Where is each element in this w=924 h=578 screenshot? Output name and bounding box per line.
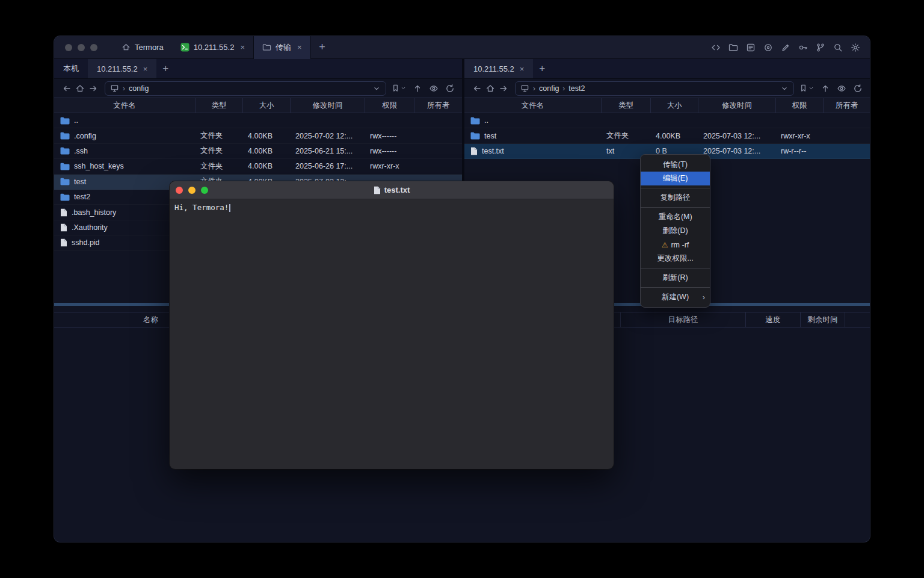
editor-minimize-button[interactable]: [188, 187, 196, 194]
file-mtime: 2025-07-03 12:...: [698, 147, 776, 155]
context-menu-item[interactable]: 编辑(E): [641, 172, 710, 185]
file-name: .ssh: [74, 147, 88, 155]
editor-content[interactable]: Hi, Termora!: [170, 199, 614, 216]
close-icon[interactable]: ×: [240, 43, 245, 52]
table-row[interactable]: ssh_host_keys 文件夹 4.00KB 2025-06-26 17:.…: [54, 159, 462, 174]
column-header-mtime[interactable]: 修改时间: [291, 98, 365, 113]
column-header-target-path: 目标路径: [621, 312, 746, 327]
new-panel-tab-button[interactable]: +: [156, 59, 174, 78]
tab-transfer[interactable]: 传输 ×: [253, 36, 311, 59]
home-button[interactable]: [484, 82, 497, 95]
breadcrumb-item[interactable]: config: [129, 84, 149, 93]
close-icon[interactable]: ×: [297, 43, 302, 52]
column-header-perm[interactable]: 权限: [365, 98, 414, 113]
column-header-name[interactable]: 文件名: [464, 98, 602, 113]
back-button[interactable]: [470, 82, 484, 95]
chevron-down-icon[interactable]: [780, 84, 789, 93]
column-header-type[interactable]: 类型: [196, 98, 243, 113]
context-menu-item[interactable]: 刷新(R): [641, 271, 710, 285]
column-header-size[interactable]: 大小: [651, 98, 698, 113]
editor-close-button[interactable]: [176, 187, 183, 194]
tab-host[interactable]: 10.211.55.2 ×: [172, 36, 253, 59]
menu-separator: [641, 207, 710, 208]
column-header-name[interactable]: 文件名: [54, 98, 196, 113]
new-tab-button[interactable]: +: [315, 41, 330, 54]
context-menu-item[interactable]: 传输(T): [641, 158, 710, 172]
file-perm: rwxr-xr-x: [776, 132, 824, 140]
column-header-owner[interactable]: 所有者: [414, 98, 462, 113]
menu-item-label: 复制路径: [661, 193, 691, 203]
refresh-icon[interactable]: [445, 84, 455, 93]
window-zoom-button[interactable]: [90, 44, 97, 51]
log-icon[interactable]: [746, 43, 756, 52]
bookmark-icon[interactable]: [391, 84, 400, 93]
tab-termora[interactable]: Termora: [113, 36, 172, 59]
column-header-spare: [845, 312, 870, 327]
path-breadcrumb[interactable]: › config › test2: [515, 81, 794, 96]
table-row[interactable]: test 文件夹 4.00KB 2025-07-03 12:... rwxr-x…: [464, 128, 870, 143]
bookmark-dropdown-icon[interactable]: [401, 85, 406, 91]
file-size: 4.00KB: [243, 132, 291, 140]
editor-zoom-button[interactable]: [201, 187, 208, 194]
column-header-size[interactable]: 大小: [243, 98, 291, 113]
titlebar[interactable]: Termora 10.211.55.2 × 传输 × +: [54, 36, 870, 59]
upload-icon[interactable]: [413, 84, 422, 93]
tab-local[interactable]: 本机: [54, 59, 88, 78]
window-close-button[interactable]: [65, 44, 72, 51]
table-row[interactable]: ..: [464, 113, 870, 128]
path-breadcrumb[interactable]: › config: [105, 81, 386, 96]
context-menu-item[interactable]: 删除(D): [641, 224, 710, 238]
breadcrumb-item[interactable]: config: [539, 84, 559, 93]
file-perm: rwxr-xr-x: [365, 162, 414, 170]
editor-titlebar[interactable]: test.txt: [170, 181, 614, 199]
show-hidden-eye-icon[interactable]: [837, 84, 846, 93]
edit-icon[interactable]: [781, 43, 790, 52]
context-menu-item[interactable]: 更改权限...: [641, 252, 710, 266]
folder-icon[interactable]: [728, 43, 738, 52]
context-menu-item[interactable]: 复制路径: [641, 191, 710, 205]
column-header-owner[interactable]: 所有者: [824, 98, 870, 113]
file-mtime: 2025-07-02 12:...: [291, 132, 365, 140]
left-table-header: 文件名 类型 大小 修改时间 权限 所有者: [54, 98, 462, 113]
close-icon[interactable]: ×: [520, 64, 525, 73]
menu-item-label: 删除(D): [662, 226, 688, 236]
show-hidden-eye-icon[interactable]: [429, 84, 439, 93]
breadcrumb-item[interactable]: test2: [568, 84, 585, 93]
record-icon[interactable]: [763, 43, 773, 52]
warning-icon: ⚠: [662, 241, 668, 249]
table-row[interactable]: .ssh 文件夹 4.00KB 2025-06-21 15:... rwx---…: [54, 144, 462, 159]
search-icon[interactable]: [833, 43, 843, 52]
home-button[interactable]: [73, 82, 87, 95]
table-row[interactable]: .config 文件夹 4.00KB 2025-07-02 12:... rwx…: [54, 128, 462, 143]
editor-text: Hi, Termora!: [174, 203, 229, 212]
folder-icon: [60, 193, 70, 201]
column-header-perm[interactable]: 权限: [776, 98, 824, 113]
forward-button[interactable]: [497, 82, 510, 95]
chevron-down-icon[interactable]: [372, 84, 381, 93]
new-panel-tab-button[interactable]: +: [533, 59, 551, 78]
settings-icon[interactable]: [851, 43, 860, 52]
code-icon[interactable]: [711, 43, 721, 52]
context-menu-item[interactable]: ⚠ rm -rf: [641, 238, 710, 252]
close-icon[interactable]: ×: [143, 64, 148, 73]
window-minimize-button[interactable]: [78, 44, 85, 51]
upload-icon[interactable]: [821, 84, 830, 93]
bookmark-icon[interactable]: [799, 84, 808, 93]
folder-icon: [60, 163, 70, 170]
column-header-mtime[interactable]: 修改时间: [698, 98, 776, 113]
bookmark-dropdown-icon[interactable]: [808, 85, 814, 91]
refresh-icon[interactable]: [853, 84, 863, 93]
branch-icon[interactable]: [816, 43, 825, 52]
tab-remote-host[interactable]: 10.211.55.2 ×: [88, 59, 156, 78]
file-name: test: [74, 178, 86, 186]
file-name: sshd.pid: [72, 238, 100, 247]
table-row[interactable]: ..: [54, 113, 462, 128]
column-header-type[interactable]: 类型: [602, 98, 651, 113]
context-menu-item[interactable]: 新建(W) ›: [641, 290, 710, 304]
tab-remote-host[interactable]: 10.211.55.2 ×: [464, 59, 533, 78]
key-icon[interactable]: [798, 43, 808, 52]
forward-button[interactable]: [87, 82, 100, 95]
back-button[interactable]: [60, 82, 73, 95]
terminal-icon: [180, 43, 189, 52]
context-menu-item[interactable]: 重命名(M): [641, 210, 710, 224]
